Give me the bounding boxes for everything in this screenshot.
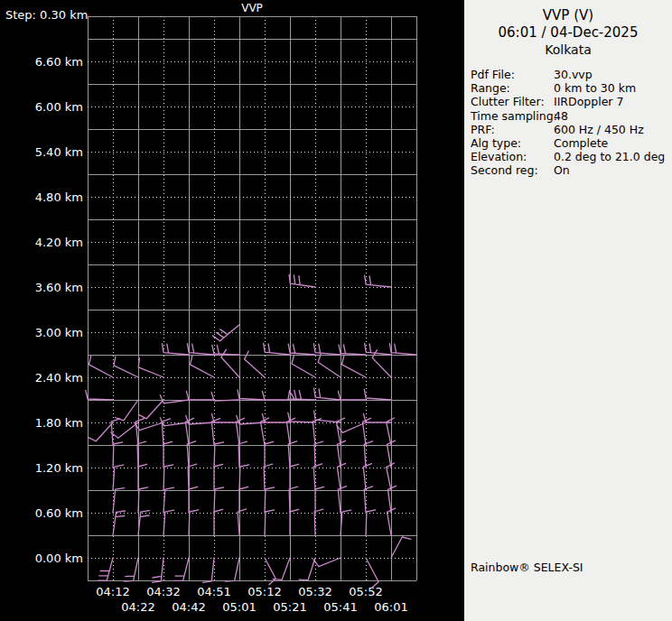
param-value: IIRDoppler 7 (554, 95, 669, 108)
param-row: Pdf File:30.vvp (471, 68, 669, 81)
param-value: 0.2 deg to 21.0 deg (554, 150, 669, 163)
param-value: 600 Hz / 450 Hz (554, 123, 669, 136)
param-label: Time sampling: (471, 109, 554, 123)
info-panel: VVP (V) 06:01 / 04-Dec-2025 Kolkata Pdf … (464, 0, 672, 621)
y-axis-label: 3.00 km (35, 326, 83, 339)
param-label: Clutter Filter: (471, 95, 554, 108)
param-label: Range: (471, 81, 554, 95)
y-axis-label: 4.80 km (35, 190, 83, 204)
vvp-product-window: VVPStep: 0.30 km6.60 km6.00 km5.40 km4.8… (0, 0, 672, 621)
y-axis-label: 3.60 km (35, 281, 83, 294)
x-axis-label: 05:41 (323, 600, 357, 614)
x-axis-label: 04:32 (146, 585, 180, 598)
y-axis-label: 6.60 km (35, 55, 83, 69)
product-title: VVP (V) (464, 7, 672, 24)
x-axis-label: 04:12 (96, 585, 129, 598)
param-value: Complete (554, 136, 669, 150)
param-row: PRF:600 Hz / 450 Hz (471, 123, 669, 136)
param-row: Time sampling:48 (471, 109, 669, 123)
param-label: PRF: (471, 123, 554, 136)
y-axis-label: 6.00 km (35, 100, 83, 114)
x-axis-label: 04:42 (172, 600, 205, 614)
param-label: Pdf File: (471, 68, 554, 81)
x-axis-label: 05:32 (298, 585, 331, 598)
y-axis-label: 1.20 km (35, 461, 83, 475)
chart-background (0, 0, 464, 621)
x-axis-label: 05:01 (222, 600, 256, 614)
param-row: Clutter Filter:IIRDoppler 7 (471, 95, 669, 108)
product-datetime: 06:01 / 04-Dec-2025 (464, 24, 672, 42)
y-axis-label: 0.00 km (35, 551, 83, 565)
panel-header: VVP (V) 06:01 / 04-Dec-2025 Kolkata (464, 0, 672, 59)
param-value: 0 km to 30 km (554, 81, 669, 95)
step-label: Step: 0.30 km (5, 8, 88, 22)
y-axis-label: 5.40 km (35, 145, 83, 159)
param-row: Range:0 km to 30 km (471, 81, 669, 95)
chart-title: VVP (241, 2, 263, 14)
parameter-list: Pdf File:30.vvpRange:0 km to 30 kmClutte… (471, 68, 669, 178)
x-axis-label: 06:01 (374, 600, 407, 614)
y-axis-label: 2.40 km (35, 371, 83, 385)
x-axis-label: 05:21 (273, 600, 306, 614)
param-value: 30.vvp (554, 68, 669, 81)
x-axis-label: 05:52 (349, 585, 382, 598)
brand-footer: Rainbow® SELEX-SI (471, 561, 583, 574)
y-axis-label: 0.60 km (35, 506, 83, 520)
y-axis-label: 4.20 km (35, 236, 83, 249)
param-row: Second reg:On (471, 163, 669, 177)
x-axis-label: 04:22 (121, 600, 154, 614)
param-value: On (554, 163, 669, 177)
param-label: Second reg: (471, 163, 554, 177)
site-name: Kolkata (464, 42, 672, 59)
y-axis-label: 1.80 km (35, 416, 83, 430)
wind-profile-chart: VVPStep: 0.30 km6.60 km6.00 km5.40 km4.8… (0, 0, 464, 621)
x-axis-label: 05:12 (247, 585, 281, 598)
param-value: 48 (554, 109, 669, 123)
param-row: Elevation:0.2 deg to 21.0 deg (471, 150, 669, 163)
param-label: Alg type: (471, 136, 554, 150)
x-axis-label: 04:51 (197, 585, 230, 598)
param-label: Elevation: (471, 150, 554, 163)
param-row: Alg type:Complete (471, 136, 669, 150)
